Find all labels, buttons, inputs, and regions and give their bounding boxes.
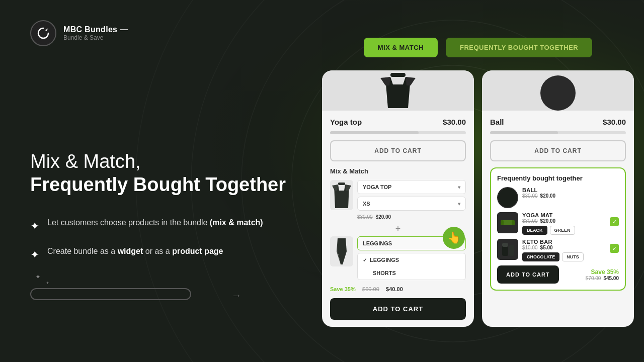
mm-save-badge: Save 35% — [330, 286, 356, 292]
yoga-top-old-price: $30.00 — [357, 214, 373, 220]
logo-icon — [30, 20, 56, 46]
yoga-mat-name: YOGA MAT — [522, 212, 606, 218]
check-icon: ✓ — [363, 257, 367, 263]
fbt-progress-bar — [490, 131, 558, 134]
mm-add-to-cart-dark[interactable]: ADD TO CART — [330, 298, 466, 320]
svg-rect-14 — [502, 243, 508, 247]
ball-img — [540, 75, 576, 111]
keto-bar-item-info: KETO BAR $10.00 $5.00 CHOCOLATE NUTS — [522, 239, 606, 261]
leggings-label: LEGGINGS — [370, 257, 399, 263]
sparkle-small-2: + — [46, 281, 49, 286]
keto-bar-item-img — [497, 239, 518, 260]
selection-pointer: 👆 — [443, 227, 465, 249]
fbt-bottom-row: ADD TO CART Save 35% $70.00 $45.00 — [497, 265, 619, 284]
yoga-top-img — [330, 180, 353, 210]
yoga-mat-prices: $30.00 $20.00 — [522, 218, 606, 224]
fbt-save-pct: Save 35% — [591, 268, 619, 276]
svg-rect-11 — [501, 220, 504, 225]
svg-rect-8 — [390, 73, 406, 77]
feature-text-2: Create bundle as a widget or as a produc… — [47, 245, 223, 257]
fbt-final-total: $45.00 — [603, 276, 619, 281]
sparkle-small-1: ✦ — [35, 273, 41, 281]
fbt-item-ball: BALL $30.00 $20.00 — [497, 187, 619, 208]
mm-header: Yoga top $30.00 — [330, 118, 466, 126]
tab-buttons: MIX & MATCH FREQUENTLY BOUGHT TOGETHER — [332, 38, 624, 57]
cta-arrow-icon: → — [231, 289, 242, 301]
mix-match-image-area — [322, 70, 474, 111]
ball-item-info: BALL $30.00 $20.00 — [522, 187, 619, 199]
yoga-mat-variant-black[interactable]: BLACK — [522, 226, 547, 235]
keto-bar-prices: $10.00 $5.00 — [522, 245, 606, 250]
heading-line2: Frequently Bought Together — [30, 174, 286, 195]
brand-tagline: Bundle & Save — [63, 34, 128, 41]
ball-old-price: $30.00 — [522, 193, 538, 199]
fbt-title: Frequently bought together — [497, 174, 619, 182]
cards-container: Yoga top $30.00 ADD TO CART Mix & Match — [322, 70, 634, 327]
leggings-option-leggings[interactable]: ✓ LEGGINGS — [358, 253, 465, 266]
fbt-original-total: $70.00 — [586, 276, 601, 281]
ball-new-price: $20.00 — [540, 193, 556, 199]
leggings-option-shorts[interactable]: SHORTS — [358, 266, 465, 280]
heading-line1: Mix & Match, — [30, 151, 141, 172]
yoga-top-new-price: $20.00 — [376, 214, 391, 220]
yoga-mat-old-price: $30.00 — [522, 218, 538, 224]
svg-rect-9 — [338, 183, 345, 185]
brand-name: MBC Bundles — — [63, 25, 128, 34]
keto-bar-old-price: $10.00 — [522, 245, 538, 250]
fbt-price: $30.00 — [603, 118, 626, 126]
check-icon-yoga: ✓ — [612, 219, 617, 225]
leggings-dropdown-label: LEGGINGS — [363, 240, 392, 246]
feature-item-1: ✦ Let customers choose products in the b… — [30, 217, 292, 234]
mix-match-card-body: Yoga top $30.00 ADD TO CART Mix & Match — [322, 111, 474, 327]
shorts-label: SHORTS — [373, 270, 396, 276]
feature-text-1: Let customers choose products in the bun… — [47, 217, 263, 229]
yoga-top-controls: YOGA TOP ▾ XS ▾ $30.00 $20.00 — [357, 180, 466, 220]
tab-mix-match[interactable]: MIX & MATCH — [364, 38, 438, 57]
cta-pill[interactable] — [30, 288, 191, 300]
keto-bar-variants: CHOCOLATE NUTS — [522, 252, 606, 261]
ball-name: BALL — [522, 187, 619, 193]
chevron-down-icon: ▾ — [458, 185, 460, 190]
yoga-top-dropdown-label: YOGA TOP — [363, 184, 391, 190]
fbt-image-area — [482, 70, 634, 111]
yoga-mat-variant-green[interactable]: GREEN — [550, 226, 575, 235]
logo-row: MBC Bundles — Bundle & Save — [30, 20, 128, 46]
yoga-top-prices: $30.00 $20.00 — [357, 214, 466, 220]
keto-bar-new-price: $5.00 — [540, 245, 553, 250]
fbt-total-prices: $70.00 $45.00 — [586, 276, 619, 281]
hero-heading: Mix & Match, Frequently Bought Together — [30, 150, 292, 198]
yoga-mat-checkbox[interactable]: ✓ — [610, 217, 619, 226]
fbt-add-to-cart-top[interactable]: ADD TO CART — [490, 140, 626, 161]
keto-bar-name: KETO BAR — [522, 239, 606, 245]
fbt-card-body: Ball $30.00 ADD TO CART Frequently bough… — [482, 111, 634, 303]
check-icon-keto: ✓ — [612, 245, 617, 252]
yoga-top-size-dropdown[interactable]: XS ▾ — [357, 197, 466, 211]
fbt-item-yoga-mat: YOGA MAT $30.00 $20.00 BLACK GREEN — [497, 212, 619, 235]
fbt-header: Ball $30.00 — [490, 118, 626, 126]
ball-item-img — [497, 187, 518, 208]
yoga-top-dropdown[interactable]: YOGA TOP ▾ — [357, 180, 466, 194]
fbt-item-keto-bar: KETO BAR $10.00 $5.00 CHOCOLATE NUTS — [497, 239, 619, 261]
mm-section-label: Mix & Match — [330, 167, 466, 175]
leggings-img — [330, 236, 353, 266]
yoga-mat-item-info: YOGA MAT $30.00 $20.00 BLACK GREEN — [522, 212, 606, 235]
keto-bar-variant-chocolate[interactable]: CHOCOLATE — [522, 252, 559, 261]
svg-rect-15 — [509, 245, 514, 256]
keto-bar-checkbox[interactable]: ✓ — [610, 244, 619, 253]
fbt-card: Ball $30.00 ADD TO CART Frequently bough… — [482, 70, 634, 327]
mm-final-total: $40.00 — [386, 286, 403, 292]
sparkle-icon-1: ✦ — [30, 218, 39, 234]
cta-area: ✦ + → — [30, 288, 292, 302]
ball-prices: $30.00 $20.00 — [522, 193, 619, 199]
mm-progress-bar — [330, 131, 419, 134]
mm-bundle-prices: Save 35% $60.00 $40.00 — [330, 284, 466, 293]
left-panel: MBC Bundles — Bundle & Save Mix & Match,… — [30, 0, 292, 362]
fbt-add-cart-btn[interactable]: ADD TO CART — [497, 265, 559, 284]
tab-fbt[interactable]: FREQUENTLY BOUGHT TOGETHER — [446, 38, 592, 57]
bundle-item-yoga-top: YOGA TOP ▾ XS ▾ $30.00 $20.00 — [330, 180, 466, 220]
yoga-mat-item-img — [497, 212, 518, 233]
leggings-dropdown-menu: ✓ LEGGINGS SHORTS — [357, 253, 466, 280]
logo-text: MBC Bundles — Bundle & Save — [63, 25, 128, 41]
keto-bar-variant-nuts[interactable]: NUTS — [562, 252, 584, 261]
mm-add-to-cart-top[interactable]: ADD TO CART — [330, 140, 466, 161]
